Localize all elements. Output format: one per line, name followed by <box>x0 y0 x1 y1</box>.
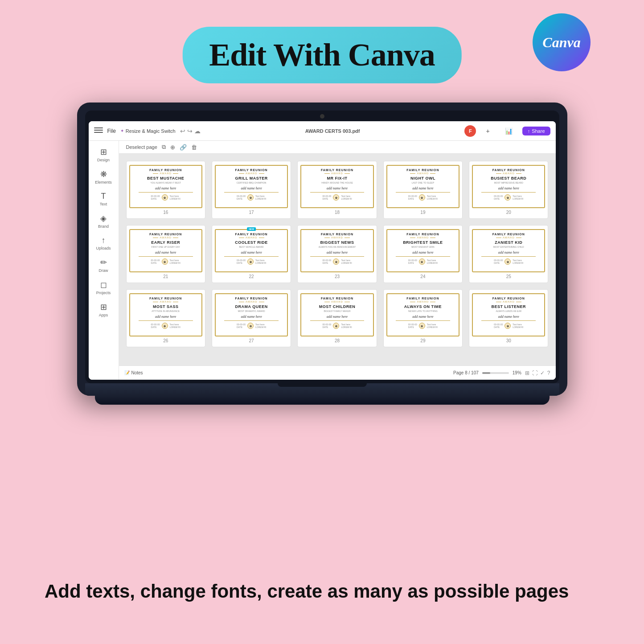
award-seal: ✿ <box>162 194 168 201</box>
family-reunion-text: FAMILY REUNION <box>321 297 353 300</box>
file-menu[interactable]: File <box>107 128 116 134</box>
sidebar-item-brand[interactable]: ◈ Brand <box>90 211 116 231</box>
award-title: BIGGEST NEWS <box>320 240 354 245</box>
award-label: AWARD <box>246 236 258 239</box>
zoom-slider[interactable] <box>482 372 509 374</box>
award-footer: Text hereLOREM RI <box>341 323 352 328</box>
award-card-inner: FAMILY REUNION AWARD MR FIX-IT HANDY ARO… <box>300 165 373 208</box>
laptop-foot <box>95 396 550 405</box>
sidebar-label-uploads: Uploads <box>96 246 111 250</box>
award-name-placeholder: add name here <box>155 250 176 254</box>
award-line: AWARD <box>239 236 264 239</box>
laptop-screen-bezel: File Resize & Magic Switch ↩ ↪ ☁ AWARD C… <box>85 111 559 383</box>
award-divider <box>139 192 193 193</box>
card-number: 19 <box>420 210 425 215</box>
menu-icon[interactable] <box>94 127 103 135</box>
sidebar-item-projects[interactable]: ◻ Projects <box>90 277 116 298</box>
duplicate-icon[interactable]: ⊕ <box>170 144 175 151</box>
delete-icon[interactable]: 🗑 <box>191 144 197 151</box>
award-line: AWARD <box>324 172 350 175</box>
award-subtitle: ALWAYS LENDS AN EAR <box>496 310 521 312</box>
award-card[interactable]: FAMILY REUNION AWARD ZANIEST KID MOST EN… <box>469 225 548 283</box>
award-line: AWARD <box>410 300 435 303</box>
award-name-placeholder: add name here <box>241 315 262 319</box>
sidebar-item-elements[interactable]: ❋ Elements <box>90 167 116 187</box>
award-line: AWARD <box>153 172 178 175</box>
sidebar-label-elements: Elements <box>95 180 112 185</box>
award-title: EARLY RISER <box>151 240 180 245</box>
award-card[interactable]: FAMILY REUNION AWARD GRILL MASTER CERTIF… <box>212 161 291 219</box>
sidebar-item-design[interactable]: ⊞ Design <box>90 144 116 165</box>
resize-magic-switch[interactable]: Resize & Magic Switch <box>120 128 176 134</box>
sidebar-item-text[interactable]: T Text <box>90 189 116 209</box>
award-footer: Text hereLOREM RI <box>513 323 523 328</box>
sidebar-item-uploads[interactable]: ↑ Uploads <box>90 233 116 253</box>
award-card[interactable]: FAMILY REUNION AWARD MOST CHILDREN BIGGE… <box>297 289 377 347</box>
award-seal: ✿ <box>505 323 511 329</box>
user-avatar[interactable]: F <box>464 125 476 137</box>
chart-icon[interactable]: 📊 <box>500 126 518 136</box>
grid-view-icon[interactable]: ⊞ <box>525 370 529 376</box>
sidebar-item-draw[interactable]: ✏ Draw <box>90 255 116 275</box>
award-bottom: 00-00-00DATE ✿ Text hereLOREM RI <box>322 258 352 265</box>
laptop-wrapper: File Resize & Magic Switch ↩ ↪ ☁ AWARD C… <box>77 103 567 405</box>
zoom-level: 19% <box>513 370 521 375</box>
link-icon[interactable]: 🔗 <box>180 144 187 151</box>
award-card[interactable]: FAMILY REUNION AWARD EARLY RISER FIRST O… <box>126 225 205 283</box>
family-reunion-text: FAMILY REUNION <box>321 233 353 236</box>
award-card[interactable]: FAMILY REUNION AWARD BEST MUSTACHE YOU A… <box>126 161 205 219</box>
award-label: AWARD <box>331 236 343 239</box>
header-area: Edit with Canva <box>182 27 462 83</box>
award-card[interactable]: FAMILY REUNION AWARD MOST SASS ATTITUDE … <box>126 289 205 347</box>
award-seal: ✿ <box>419 194 425 201</box>
sidebar-item-apps[interactable]: ⊞ Apps <box>90 299 116 320</box>
award-card[interactable]: FAMILY REUNION AWARD NIGHT OWL LAST ONE … <box>383 161 463 219</box>
award-seal: ✿ <box>162 258 168 265</box>
card-number: 18 <box>335 210 340 215</box>
award-seal: ✿ <box>247 194 254 201</box>
award-card[interactable]: FAMILY REUNION AWARD BIGGEST NEWS ALWAYS… <box>297 225 377 283</box>
award-card[interactable]: FAMILY REUNION AWARD ALWAYS ON TIME NEVE… <box>383 289 463 347</box>
card-number: 30 <box>506 338 511 343</box>
award-footer: Text hereLOREM RI <box>255 323 266 328</box>
family-reunion-text: FAMILY REUNION <box>492 233 525 236</box>
award-divider <box>139 256 193 257</box>
award-card[interactable]: FAMILY REUNION AWARD MR FIX-IT HANDY ARO… <box>297 161 377 219</box>
award-label: AWARD <box>246 300 258 303</box>
card-number: 29 <box>420 338 425 343</box>
share-button[interactable]: ↑ Share <box>522 127 550 135</box>
card-number: 22 <box>249 274 254 279</box>
undo-icon[interactable]: ↩ <box>180 127 185 135</box>
award-card-inner: FAMILY REUNION AWARD BRIGHTEST SMILE MOS… <box>386 229 459 272</box>
award-card[interactable]: FAMILY REUNION AWARD DRAMA QUEEN MOST DR… <box>212 289 291 347</box>
laptop-hinge <box>278 383 367 387</box>
redo-icon[interactable]: ↪ <box>187 127 193 135</box>
laptop-base <box>85 383 559 396</box>
help-icon[interactable]: ? <box>547 370 550 376</box>
award-card[interactable]: FAMILY REUNION AWARD BRIGHTEST SMILE MOS… <box>383 225 463 283</box>
copy-icon[interactable]: ⧉ <box>162 144 166 151</box>
award-card[interactable]: FAMILY REUNION AWARD BEST LISTENER ALWAY… <box>469 289 548 347</box>
award-seal: ✿ <box>419 323 425 329</box>
deselect-button[interactable]: Deselect page <box>126 144 157 150</box>
award-card-inner: FAMILY REUNION AWARD MOST CHILDREN BIGGE… <box>300 293 373 336</box>
share-icon: ↑ <box>528 128 530 134</box>
award-footer: Text hereLOREM RI <box>341 259 352 264</box>
award-bottom: 00-00-00DATE ✿ Text hereLOREM RI <box>494 323 523 329</box>
notes-button[interactable]: 📝 Notes <box>124 370 143 375</box>
award-card[interactable]: FAMILY REUNION AWARD BUSIEST BEARD MOST … <box>469 161 548 219</box>
award-line: AWARD <box>324 300 350 303</box>
award-date: 00-00-00DATE <box>322 323 331 328</box>
undo-redo: ↩ ↪ ☁ <box>180 127 201 135</box>
award-card[interactable]: NEW FAMILY REUNION AWARD COOLEST RIDE BE… <box>212 225 291 283</box>
award-label: AWARD <box>417 300 429 303</box>
award-bottom: 00-00-00DATE ✿ Text hereLOREM RI <box>408 194 438 201</box>
award-bottom: 00-00-00DATE ✿ Text hereLOREM RI <box>322 323 352 329</box>
fullscreen-icon[interactable]: ⛶ <box>532 370 537 376</box>
award-line: AWARD <box>496 236 521 239</box>
award-subtitle: BEST VEHICLE AWARD <box>239 246 264 248</box>
sidebar-label-apps: Apps <box>99 313 108 317</box>
add-button[interactable]: + <box>480 126 495 136</box>
award-name-placeholder: add name here <box>498 186 519 190</box>
laptop-outer: File Resize & Magic Switch ↩ ↪ ☁ AWARD C… <box>77 103 567 396</box>
